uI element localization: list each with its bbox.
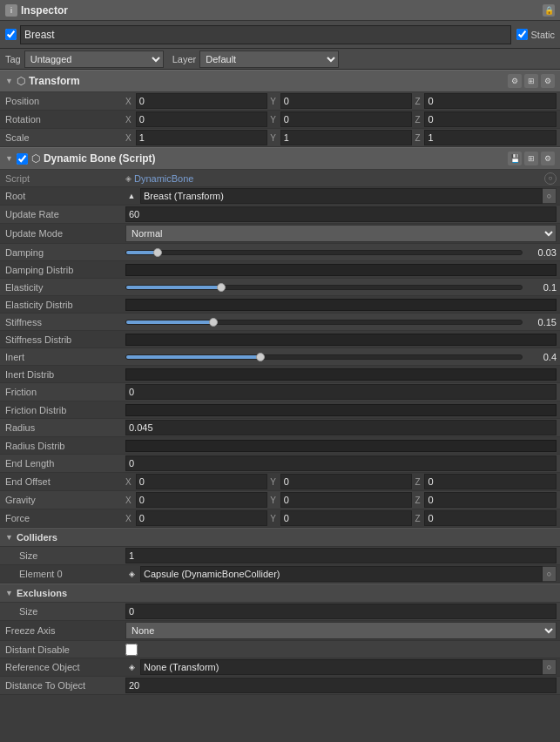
dampingdistrib-bar[interactable]	[125, 264, 557, 276]
scale-x[interactable]	[136, 130, 268, 145]
gravity-x[interactable]	[136, 492, 268, 508]
refobject-row: Reference Object ◈ ○	[0, 658, 560, 677]
dynamicbone-layout-icon[interactable]: ⊞	[524, 152, 538, 165]
colliders-size-input[interactable]	[125, 548, 557, 563]
inertdistrib-bar[interactable]	[125, 368, 557, 381]
frictiondistrib-row: Friction Distrib	[0, 401, 560, 419]
elasticity-track[interactable]	[125, 285, 523, 290]
distantdisable-row: Distant Disable	[0, 641, 560, 658]
rotation-z[interactable]	[424, 111, 557, 127]
exclusions-arrow[interactable]: ▼	[5, 589, 13, 597]
damping-track[interactable]	[125, 250, 523, 255]
colliders-arrow[interactable]: ▼	[5, 533, 13, 542]
updatemode-select[interactable]: Normal	[125, 225, 557, 242]
distantdisable-checkbox[interactable]	[125, 644, 138, 656]
inert-track[interactable]	[125, 354, 523, 360]
rotation-xyz: X Y Z	[125, 111, 557, 127]
position-y[interactable]	[280, 93, 413, 109]
frictiondistrib-bar[interactable]	[125, 404, 557, 416]
endlength-input[interactable]	[125, 455, 557, 471]
transform-arrow[interactable]: ▼	[5, 77, 13, 85]
static-checkbox[interactable]	[516, 29, 528, 40]
element0-input[interactable]	[140, 566, 543, 582]
updaterate-label: Update Rate	[0, 207, 122, 221]
friction-input[interactable]	[125, 384, 557, 400]
damping-val: 0.03	[526, 247, 557, 258]
dynamicbone-buttons: 💾 ⊞ ⚙	[508, 152, 555, 165]
rotation-y[interactable]	[280, 111, 413, 127]
position-value: X Y Z	[122, 92, 560, 110]
element0-value: ◈ ○	[122, 565, 560, 583]
stiffnessdistrib-value	[122, 333, 560, 347]
refobject-input[interactable]	[140, 659, 543, 675]
object-active-checkbox[interactable]	[5, 29, 17, 40]
refobject-icon: ◈	[125, 661, 138, 673]
rotation-x[interactable]	[136, 111, 268, 127]
script-name: DynamicBone	[134, 173, 193, 184]
refobject-pick-icon[interactable]: ○	[543, 659, 557, 675]
layer-select[interactable]: Default	[199, 51, 339, 68]
radiusdistrib-bar[interactable]	[125, 440, 557, 452]
stiffnessdistrib-bar[interactable]	[125, 334, 557, 346]
rotation-value: X Y Z	[122, 111, 560, 128]
scale-y[interactable]	[280, 130, 413, 145]
dynamicbone-settings-icon[interactable]: ⚙	[541, 152, 555, 165]
dampingdistrib-value	[122, 263, 560, 277]
force-y[interactable]	[280, 510, 413, 526]
gravity-z[interactable]	[424, 492, 557, 508]
object-name-input[interactable]	[20, 25, 511, 44]
root-pick-icon[interactable]: ○	[543, 188, 557, 204]
dynamicbone-save-icon[interactable]: 💾	[508, 152, 522, 165]
colliders-title: Colliders	[17, 532, 57, 543]
force-z[interactable]	[424, 510, 557, 526]
element0-pick-icon[interactable]: ○	[543, 566, 557, 582]
radiusdistrib-label: Radius Distrib	[0, 439, 122, 453]
transform-layout-icon[interactable]: ⊞	[524, 74, 538, 88]
inert-value: 0.4	[122, 351, 560, 363]
updaterate-input[interactable]	[125, 206, 557, 222]
stiffness-val: 0.15	[526, 317, 557, 327]
root-icon: ▲	[125, 190, 138, 202]
lock-icon[interactable]: 🔒	[543, 4, 555, 17]
static-area: Static	[516, 29, 555, 40]
position-z[interactable]	[424, 93, 557, 109]
stiffnessdistrib-label: Stiffness Distrib	[0, 333, 122, 347]
endlength-value	[122, 455, 560, 472]
exclusions-size-input[interactable]	[125, 604, 557, 619]
radius-value	[122, 419, 560, 436]
updatemode-row: Update Mode Normal	[0, 224, 560, 244]
transform-extra-icon[interactable]: ⚙	[541, 74, 555, 88]
freezeaxis-row: Freeze Axis None	[0, 621, 560, 641]
damping-thumb[interactable]	[153, 248, 162, 257]
endoffset-z[interactable]	[424, 474, 557, 489]
endoffset-y[interactable]	[280, 474, 413, 489]
distancetoobject-row: Distance To Object	[0, 677, 560, 695]
elasticitydistrib-bar[interactable]	[125, 299, 557, 311]
radius-input[interactable]	[125, 420, 557, 435]
radius-row: Radius	[0, 419, 560, 437]
refobject-value: ◈ ○	[122, 658, 560, 676]
freezeaxis-select[interactable]: None	[125, 622, 557, 639]
elasticity-fill	[126, 286, 221, 289]
force-value: X Y Z	[122, 509, 560, 527]
inert-val: 0.4	[526, 352, 557, 362]
gravity-y[interactable]	[280, 492, 413, 508]
distancetoobject-input[interactable]	[125, 678, 557, 693]
colliders-props: Size Element 0 ◈ ○	[0, 547, 560, 583]
scale-z[interactable]	[424, 130, 557, 145]
inert-slider: 0.4	[125, 352, 557, 362]
endoffset-x[interactable]	[136, 474, 268, 489]
script-pick-icon[interactable]: ○	[544, 172, 557, 185]
elasticity-thumb[interactable]	[217, 283, 226, 292]
stiffness-thumb[interactable]	[209, 318, 218, 327]
stiffness-value: 0.15	[122, 316, 560, 328]
root-input[interactable]	[140, 188, 543, 204]
dynamicbone-active-checkbox[interactable]	[17, 153, 28, 165]
transform-settings-icon[interactable]: ⚙	[508, 74, 522, 88]
stiffness-track[interactable]	[125, 320, 523, 325]
tag-select[interactable]: Untagged	[24, 51, 164, 68]
position-x[interactable]	[136, 93, 268, 109]
force-x[interactable]	[136, 510, 268, 526]
dynamicbone-arrow[interactable]: ▼	[5, 154, 13, 163]
inert-thumb[interactable]	[256, 353, 265, 361]
